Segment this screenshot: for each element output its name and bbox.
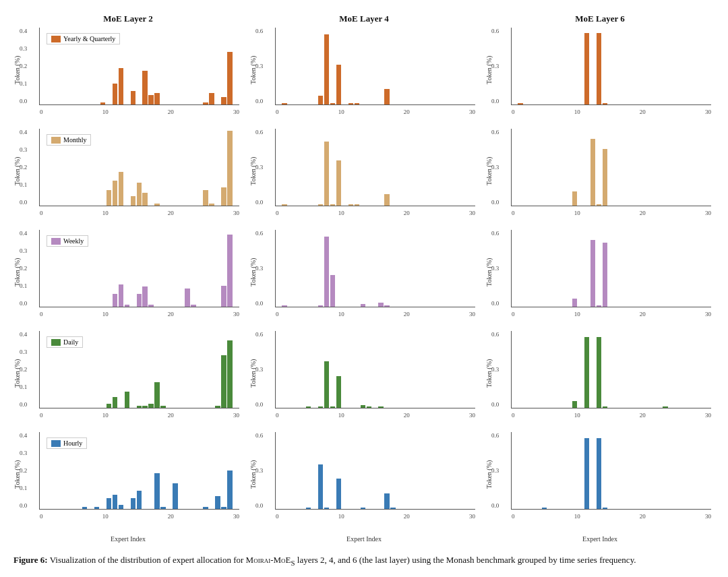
x-axis-ticks: 0102030 — [512, 513, 711, 520]
caption-text: Visualization of the distribution of exp… — [48, 555, 636, 565]
legend-color — [51, 137, 61, 144]
bar — [227, 235, 233, 307]
figure-caption: Figure 6: Visualization of the distribut… — [13, 553, 715, 568]
legend-label: Weekly — [63, 237, 84, 245]
chart-wrapper: Token (%)0.00.30.60102030 — [249, 232, 479, 320]
bar — [215, 496, 220, 509]
chart-cell-row2-col0: Token (%)0.00.10.20.30.40102030Weekly — [13, 232, 243, 332]
bar — [330, 204, 336, 206]
bar — [348, 204, 354, 206]
col-title-1: MoE Layer 2 — [13, 13, 243, 24]
legend-box: Hourly — [47, 437, 87, 449]
chart-area: 0.00.30.60102030 — [275, 331, 475, 408]
y-axis-ticks: 0.00.30.6 — [255, 432, 263, 509]
bar — [324, 508, 330, 509]
col-title-2: MoE Layer 4 — [249, 13, 479, 24]
bar — [203, 190, 208, 206]
bar — [318, 204, 324, 206]
bar — [378, 406, 384, 408]
bar — [603, 243, 608, 307]
chart-area: 0.00.30.60102030 — [511, 432, 711, 510]
y-axis-ticks: 0.00.10.20.30.4 — [20, 331, 27, 408]
y-axis-ticks: 0.00.30.6 — [255, 230, 263, 307]
bar — [318, 464, 324, 509]
y-axis-ticks: 0.00.10.20.30.4 — [20, 129, 27, 206]
chart-grid: Token (%)0.00.10.20.30.40102030Yearly & … — [13, 30, 715, 534]
y-axis-ticks: 0.00.30.6 — [491, 28, 499, 104]
bars-container — [276, 28, 475, 104]
bar — [384, 305, 390, 307]
bar — [113, 181, 118, 206]
chart-area: 0.00.30.60102030 — [275, 230, 475, 307]
chart-cell-row0-col2: Token (%)0.00.30.60102030 — [485, 30, 715, 129]
bar — [131, 91, 136, 104]
bars-container — [276, 331, 475, 408]
column-titles: MoE Layer 2 MoE Layer 4 MoE Layer 6 — [13, 13, 715, 27]
bar — [203, 102, 208, 104]
bar — [336, 376, 342, 408]
bar — [137, 183, 142, 206]
x-axis-ticks: 0102030 — [40, 412, 239, 419]
x-axis-ticks: 0102030 — [512, 109, 711, 115]
bar — [367, 406, 372, 408]
chart-cell-row3-col0: Token (%)0.00.10.20.30.40102030Daily — [13, 333, 243, 433]
bar — [227, 52, 233, 104]
bar — [113, 397, 118, 408]
bar — [221, 286, 226, 307]
chart-wrapper: Token (%)0.00.30.60102030 — [249, 434, 479, 522]
bar — [572, 299, 578, 307]
bar — [203, 507, 208, 509]
bar — [119, 505, 124, 509]
bar — [215, 406, 220, 408]
bar — [142, 286, 148, 307]
bar — [584, 337, 590, 408]
bar — [597, 204, 602, 206]
bar — [336, 65, 342, 104]
chart-cell-row2-col2: Token (%)0.00.30.60102030 — [485, 232, 715, 332]
bar — [282, 204, 287, 206]
x-axis-ticks: 0102030 — [276, 311, 475, 317]
x-axis-ticks: 0102030 — [512, 210, 711, 216]
bar — [142, 71, 148, 104]
bar — [330, 406, 336, 408]
chart-area: 0.00.30.60102030 — [275, 28, 475, 105]
chart-wrapper: Token (%)0.00.30.60102030 — [249, 333, 479, 421]
bar — [148, 95, 154, 104]
bar — [119, 68, 124, 104]
legend-box: Daily — [47, 336, 83, 348]
chart-cell-row0-col1: Token (%)0.00.30.60102030 — [249, 30, 479, 129]
x-label-2: Expert Index — [249, 535, 479, 543]
chart-area: 0.00.10.20.30.40102030Yearly & Quarterly — [39, 28, 239, 105]
bar — [142, 406, 148, 408]
y-axis-ticks: 0.00.30.6 — [255, 331, 263, 408]
chart-wrapper: Token (%)0.00.10.20.30.40102030Daily — [13, 333, 243, 421]
bars-container — [276, 432, 475, 509]
bar — [119, 284, 124, 307]
x-axis-ticks: 0102030 — [512, 412, 711, 419]
chart-cell-row0-col0: Token (%)0.00.10.20.30.40102030Yearly & … — [13, 30, 243, 129]
bar — [324, 237, 330, 307]
chart-wrapper: Token (%)0.00.30.60102030 — [485, 30, 715, 117]
figure-container: MoE Layer 2 MoE Layer 4 MoE Layer 6 Toke… — [13, 13, 715, 568]
chart-wrapper: Token (%)0.00.30.60102030 — [485, 131, 715, 218]
bar — [227, 131, 233, 206]
x-axis-ticks: 0102030 — [40, 109, 239, 115]
legend-box: Weekly — [47, 235, 88, 247]
bar — [361, 405, 366, 408]
bar — [221, 187, 226, 206]
bar — [318, 96, 324, 104]
bar — [82, 507, 88, 509]
bar — [390, 508, 396, 509]
bar — [663, 406, 668, 408]
bar — [336, 160, 342, 206]
legend-label: Monthly — [63, 136, 86, 144]
chart-cell-row4-col2: Token (%)0.00.30.60102030 — [485, 434, 715, 534]
bar — [94, 507, 100, 509]
bar — [584, 438, 590, 509]
bar — [137, 491, 142, 509]
bar — [384, 194, 390, 206]
bar — [590, 240, 596, 307]
x-label-3: Expert Index — [485, 535, 715, 543]
bar — [597, 305, 602, 307]
bar — [584, 33, 590, 104]
